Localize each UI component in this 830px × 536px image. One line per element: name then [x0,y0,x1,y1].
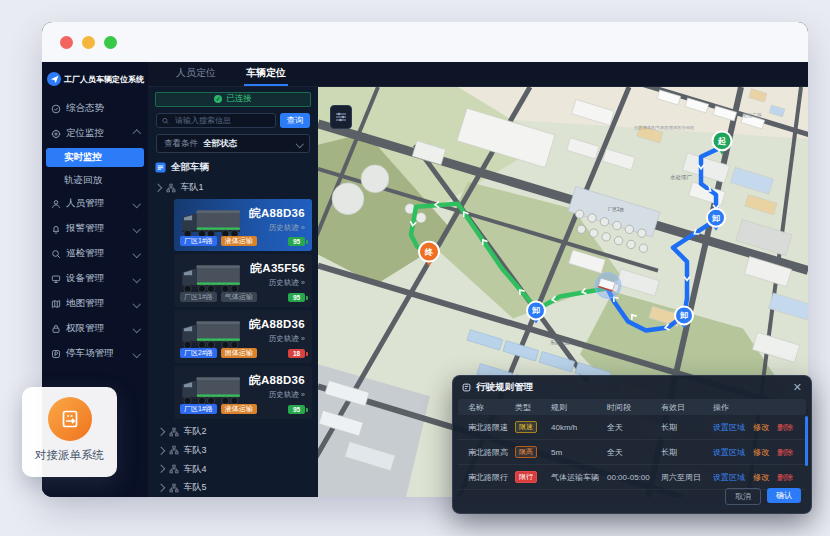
dispatch-system-card[interactable]: 对接派单系统 [22,387,117,477]
status-filter-select[interactable]: 查看条件 全部状态 [156,134,310,153]
road-tag: 厂区2#路 [180,348,217,358]
fleet-node-5[interactable]: 车队5 [158,478,318,497]
search-input[interactable] [173,115,270,126]
fleet-node-4[interactable]: 车队4 [158,460,318,479]
sidebar-item-personnel[interactable]: 人员管理 [42,191,148,216]
cargo-tag: 液体运输 [221,404,257,414]
paper-plane-icon [47,72,61,86]
history-track-link[interactable]: 历史轨迹 » [269,334,305,344]
modal-title: 行驶规则管理 [476,381,788,394]
close-icon[interactable]: ✕ [793,382,802,393]
history-track-link[interactable]: 历史轨迹 » [269,278,305,288]
history-track-link[interactable]: 历史轨迹 » [269,390,305,400]
sidebar-item-realtime-monitor[interactable]: 实时监控 [46,148,144,167]
caret-right-icon [157,447,165,455]
chevron-down-icon [132,350,140,358]
map-label-road-ns: 南北二路 [742,112,762,119]
sidebar-item-map[interactable]: 地图管理 [42,291,148,316]
rule-value: 气体运输车辆 [551,472,607,483]
truck-thumbnail [178,205,244,241]
vehicle-card[interactable]: 皖A35F56 历史轨迹 » 厂区1#路 气体运输 95 [174,254,312,307]
vehicle-card[interactable]: 皖A88D36 历史轨迹 » 厂区2#路 固体运输 18 [174,310,312,363]
svg-text:卸: 卸 [531,306,540,315]
delete-link[interactable]: 删除 [777,472,793,483]
fleet-node-1[interactable]: 车队1 [155,180,318,196]
rule-time: 全天 [607,422,661,433]
sidebar-item-device[interactable]: 设备管理 [42,266,148,291]
sidebar-item-patrol[interactable]: 巡检管理 [42,241,148,266]
fleet-node-2[interactable]: 车队2 [158,422,318,441]
svg-text:卸: 卸 [679,311,688,320]
caret-right-icon [157,428,165,436]
sidebar-item-alarm[interactable]: 报警管理 [42,216,148,241]
tab-person-positioning[interactable]: 人员定位 [174,66,218,86]
chevron-down-icon [132,200,140,208]
vehicle-panel: ✓ 已连接 查询 [148,87,318,497]
rule-type-badge: 限高 [515,446,537,458]
user-icon [51,199,61,209]
battery-badge: 95 [288,405,305,414]
vehicles-folder-icon [155,162,166,173]
org-icon [166,183,176,193]
map-layer-control-button[interactable] [330,105,352,129]
shield-check-icon [51,104,61,114]
rule-name: 南北路限速 [468,422,515,433]
map-label-water-plant: 水处理厂 [670,174,692,181]
rules-table: 名称 类型 规则 时间段 有效日 操作 南北路限速 限速 40km/h 全天 长… [458,399,806,490]
chevron-down-icon [132,300,140,308]
edit-link[interactable]: 修改 [753,447,769,458]
truck-thumbnail [178,372,244,408]
truck-marker[interactable] [595,273,621,299]
confirm-button[interactable]: 确认 [767,488,801,503]
rule-type-badge: 限行 [515,471,537,483]
road-tag: 厂区1#路 [180,236,217,246]
vehicle-card[interactable]: 皖A88D36 历史轨迹 » 厂区1#路 液体运输 95 [174,199,312,252]
fleet-node-3[interactable]: 车队3 [158,441,318,460]
cancel-button[interactable]: 取消 [725,488,761,505]
road-tag: 厂区1#路 [180,404,217,414]
window-minimize-dot[interactable] [82,36,95,49]
table-row: 南北路限高 限高 5m 全天 长期 设置区域 修改 删除 [458,440,806,465]
sidebar-item-permission[interactable]: 权限管理 [42,316,148,341]
chevron-down-icon [132,225,140,233]
org-icon [169,483,179,493]
magnifier-icon [51,249,61,259]
sidebar-item-track-playback[interactable]: 轨迹回放 [42,169,148,191]
svg-text:卸: 卸 [711,214,720,223]
caret-right-icon [154,184,162,192]
window-maximize-dot[interactable] [104,36,117,49]
delete-link[interactable]: 删除 [777,422,793,433]
history-track-link[interactable]: 历史轨迹 » [269,223,305,233]
rule-valid-days: 长期 [661,447,713,458]
set-area-link[interactable]: 设置区域 [713,447,745,458]
edit-link[interactable]: 修改 [753,422,769,433]
bell-icon [51,224,61,234]
window-close-dot[interactable] [60,36,73,49]
table-header-row: 名称 类型 规则 时间段 有效日 操作 [458,399,806,415]
vehicle-card[interactable]: 皖A88D36 历史轨迹 » 厂区1#路 液体运输 95 [174,366,312,419]
table-row: 南北路限速 限速 40km/h 全天 长期 设置区域 修改 删除 [458,415,806,440]
tab-vehicle-positioning[interactable]: 车辆定位 [244,66,288,86]
dispatch-order-icon [48,397,92,441]
rules-list-icon [462,383,471,392]
delete-link[interactable]: 删除 [777,447,793,458]
rule-type-badge: 限速 [515,421,537,433]
sidebar-item-parking[interactable]: 停车场管理 [42,341,148,366]
modal-scrollbar[interactable] [805,416,808,466]
sidebar-item-positioning[interactable]: 定位监控 [42,121,148,146]
table-row: 南北路限行 限行 气体运输车辆 00:00-05:00 周六至周日 设置区域 修… [458,465,806,490]
set-area-link[interactable]: 设置区域 [713,472,745,483]
tree-root-all-vehicles[interactable]: 全部车辆 [155,159,318,177]
set-area-link[interactable]: 设置区域 [713,422,745,433]
vehicle-plate: 皖A35F56 [250,261,305,276]
vehicle-plate: 皖A88D36 [249,373,305,388]
app-title: 工厂人员车辆定位系统 [64,74,144,85]
org-icon [169,427,179,437]
search-button[interactable]: 查询 [280,113,310,129]
org-icon [169,445,179,455]
rule-value: 5m [551,448,607,457]
search-box [156,113,276,129]
chevron-down-icon [132,250,140,258]
sidebar-item-overview[interactable]: 综合态势 [42,96,148,121]
edit-link[interactable]: 修改 [753,472,769,483]
